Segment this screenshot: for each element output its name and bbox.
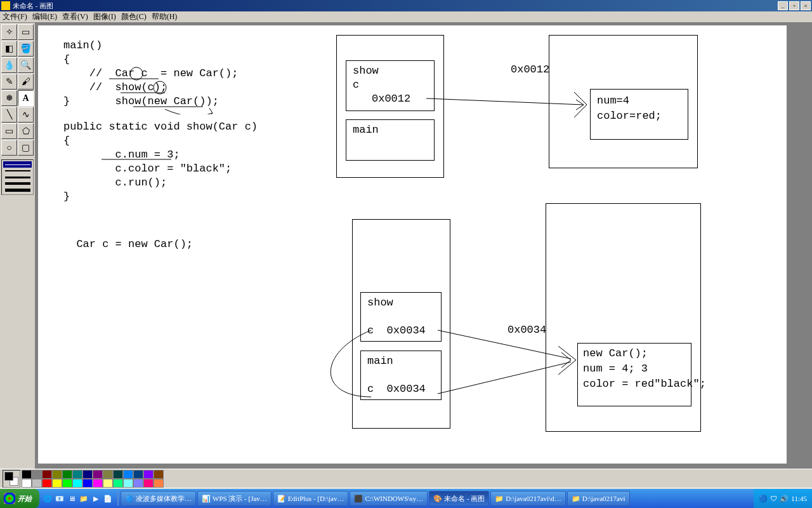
- svg-line-8: [438, 362, 571, 394]
- menu-edit[interactable]: 编辑(E): [32, 11, 57, 22]
- palette-color[interactable]: [72, 479, 82, 488]
- code-line: main(): [63, 39, 102, 51]
- ql-icon[interactable]: 📄: [102, 491, 114, 505]
- palette-color[interactable]: [133, 470, 143, 479]
- palette-color[interactable]: [143, 470, 154, 479]
- menu-help[interactable]: 帮助(H): [152, 11, 178, 22]
- fill-tool[interactable]: 🪣: [18, 41, 34, 57]
- canvas-area[interactable]: main() { // Car c = new Car(); // show(c…: [36, 23, 812, 469]
- ql-icon[interactable]: 📧: [54, 491, 65, 505]
- toolbox: ✧ ▭ ◧ 🪣 💧 🔍 ✎ 🖌 ❅ A ╲ ∿ ▭ ⬠ ○ ▢: [0, 23, 36, 469]
- menu-file[interactable]: 文件(F): [3, 11, 27, 22]
- airbrush-tool[interactable]: ❅: [1, 90, 17, 106]
- palette-color[interactable]: [133, 479, 143, 488]
- svg-point-1: [130, 67, 143, 80]
- app-icon: ⬛: [354, 495, 363, 503]
- tray-icon[interactable]: 🔵: [759, 495, 768, 503]
- palette-color[interactable]: [62, 470, 72, 479]
- palette-color[interactable]: [113, 479, 123, 488]
- ql-icon[interactable]: 🖥: [66, 491, 77, 505]
- menu-view[interactable]: 查看(V): [62, 11, 88, 22]
- taskbar-button[interactable]: 📁D:\java0217avi: [567, 491, 630, 506]
- svg-line-7: [438, 330, 571, 359]
- taskbar-button[interactable]: ⬛C:\WINDOWS\sy…: [350, 491, 428, 506]
- ql-icon[interactable]: 🌐: [42, 491, 53, 505]
- taskbar-button[interactable]: 🔷凌波多媒体教学…: [121, 491, 196, 506]
- maximize-button[interactable]: ▫: [789, 1, 799, 10]
- app-icon: 📝: [277, 495, 286, 503]
- brush-tool[interactable]: 🖌: [18, 74, 34, 90]
- palette-color[interactable]: [113, 470, 123, 479]
- minimize-button[interactable]: _: [778, 1, 788, 10]
- palette-color[interactable]: [32, 470, 42, 479]
- pencil-tool[interactable]: ✎: [1, 74, 17, 90]
- palette-color[interactable]: [154, 470, 164, 479]
- palette-color[interactable]: [82, 479, 93, 488]
- rounded-rect-tool[interactable]: ▢: [18, 140, 34, 156]
- code-line: {: [63, 135, 70, 147]
- app-icon: 📁: [572, 495, 580, 503]
- palette-color[interactable]: [103, 479, 113, 488]
- rectangle-tool[interactable]: ▭: [1, 123, 17, 139]
- palette-color[interactable]: [103, 470, 113, 479]
- ql-icon[interactable]: 📁: [78, 491, 89, 505]
- palette-color[interactable]: [52, 470, 62, 479]
- start-button[interactable]: 开始: [0, 489, 39, 508]
- current-colors[interactable]: [3, 470, 20, 488]
- ql-icon[interactable]: ▶: [90, 491, 102, 505]
- palette-color[interactable]: [123, 470, 133, 479]
- taskbar-button[interactable]: 📝EditPlus - [D:\jav…: [273, 491, 349, 506]
- taskbar-button[interactable]: 📁D:\java0217avi\d…: [490, 491, 565, 506]
- title-bar: 未命名 - 画图 _ ▫ ×: [0, 0, 812, 11]
- app-icon: 🎨: [433, 495, 442, 503]
- eraser-tool[interactable]: ◧: [1, 41, 17, 57]
- color-palette: [0, 469, 812, 488]
- windows-logo-icon: [4, 493, 15, 504]
- palette-color[interactable]: [42, 470, 52, 479]
- palette-color[interactable]: [62, 479, 72, 488]
- taskbar-button[interactable]: 🎨未命名 - 画图: [429, 491, 489, 506]
- taskbar: 开始 🌐 📧 🖥 📁 ▶ 📄 🔷凌波多媒体教学…📊WPS 演示 - [Jav…📝…: [0, 489, 812, 508]
- code-line: }: [63, 190, 70, 203]
- palette-color[interactable]: [93, 470, 103, 479]
- palette-color[interactable]: [93, 479, 103, 488]
- palette-color[interactable]: [154, 479, 164, 488]
- palette-color[interactable]: [143, 479, 154, 488]
- close-button[interactable]: ×: [801, 1, 811, 10]
- text-tool[interactable]: A: [18, 90, 34, 106]
- ellipse-tool[interactable]: ○: [1, 140, 17, 156]
- window-title: 未命名 - 画图: [13, 1, 778, 11]
- palette-color[interactable]: [123, 479, 133, 488]
- system-tray: 🔵 🛡 🔊 11:45: [754, 489, 812, 508]
- tray-icon[interactable]: 🛡: [770, 495, 777, 502]
- palette-color[interactable]: [52, 479, 62, 488]
- label: 0x0012: [372, 93, 410, 105]
- palette-color[interactable]: [22, 479, 32, 488]
- underline-icon: [102, 150, 178, 163]
- freeform-select-tool[interactable]: ✧: [1, 24, 17, 40]
- select-tool[interactable]: ▭: [18, 24, 34, 40]
- palette-color[interactable]: [22, 470, 32, 479]
- label: color=red;: [597, 110, 662, 122]
- curve-tool[interactable]: ∿: [18, 107, 34, 123]
- tray-icon[interactable]: 🔊: [780, 495, 789, 503]
- menu-image[interactable]: 图像(I): [93, 11, 116, 22]
- code-line: c.color = "black";: [63, 163, 232, 175]
- label: c: [353, 79, 359, 91]
- object-box-2: new Car(); num = 4; 3 color = red"black"…: [577, 343, 691, 406]
- palette-color[interactable]: [72, 470, 82, 479]
- drawing-canvas[interactable]: main() { // Car c = new Car(); // show(c…: [38, 25, 787, 464]
- magnifier-tool[interactable]: 🔍: [18, 57, 34, 73]
- picker-tool[interactable]: 💧: [1, 57, 17, 73]
- palette-color[interactable]: [32, 479, 42, 488]
- polygon-tool[interactable]: ⬠: [18, 123, 34, 139]
- menu-color[interactable]: 颜色(C): [121, 11, 147, 22]
- palette-color[interactable]: [82, 470, 93, 479]
- line-width-selector[interactable]: [1, 159, 34, 195]
- palette-color[interactable]: [42, 479, 52, 488]
- label: show: [367, 297, 393, 309]
- tray-clock[interactable]: 11:45: [791, 495, 807, 502]
- app-icon: [1, 1, 10, 10]
- taskbar-button[interactable]: 📊WPS 演示 - [Jav…: [197, 491, 272, 506]
- line-tool[interactable]: ╲: [1, 107, 17, 123]
